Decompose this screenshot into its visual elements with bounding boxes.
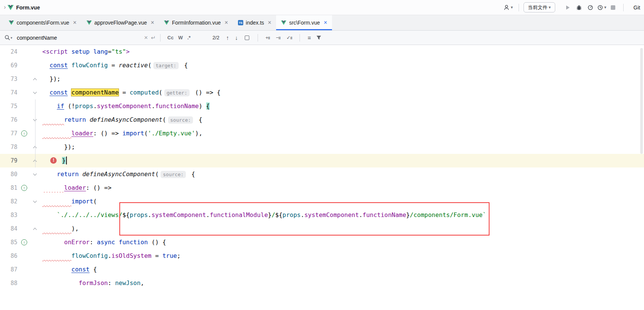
tab-label: components\Form.vue bbox=[17, 20, 69, 26]
separator bbox=[258, 34, 258, 42]
coverage-button[interactable] bbox=[585, 2, 596, 13]
newline-icon[interactable]: ↵ bbox=[151, 34, 156, 41]
code-line[interactable]: 81↑ loader: () => bbox=[0, 181, 644, 195]
code-line[interactable]: 79 ! } bbox=[0, 154, 644, 167]
vue-icon bbox=[9, 20, 14, 25]
fold-up-icon[interactable] bbox=[33, 78, 37, 82]
line-number[interactable]: 80 bbox=[0, 167, 17, 181]
code-line[interactable]: 82 import( bbox=[0, 195, 644, 208]
line-number[interactable]: 86 bbox=[0, 249, 17, 263]
line-number[interactable]: 87 bbox=[0, 263, 17, 276]
previous-match-button[interactable]: ↑ bbox=[223, 34, 232, 41]
fold-down-icon[interactable] bbox=[33, 90, 37, 94]
chevron-down-icon: ▾ bbox=[549, 5, 551, 10]
run-config-dropdown[interactable]: 当前文件 ▾ bbox=[524, 2, 556, 12]
stop-button[interactable] bbox=[607, 2, 619, 13]
search-icon[interactable]: ▾ bbox=[5, 35, 12, 40]
tab-label: approveFlowPage.vue bbox=[94, 20, 147, 26]
vue-icon bbox=[8, 5, 14, 10]
error-icon[interactable]: ! bbox=[50, 157, 57, 164]
editor-scrollbar[interactable] bbox=[640, 48, 643, 154]
filter-icon[interactable] bbox=[316, 35, 321, 40]
fold-down-icon[interactable] bbox=[33, 172, 37, 176]
code-line[interactable]: 88 formJson: newJson, bbox=[0, 276, 644, 290]
code-line[interactable]: 74 const componentName = computed(getter… bbox=[0, 86, 644, 99]
run-button[interactable] bbox=[562, 2, 573, 13]
line-number[interactable]: 75 bbox=[0, 99, 17, 113]
gutter-up-arrow-icon[interactable]: ↑ bbox=[21, 239, 27, 245]
code-line[interactable]: 80 return defineAsyncComponent(source: { bbox=[0, 167, 644, 181]
editor-tab[interactable]: FormInformation.vue× bbox=[159, 15, 233, 30]
editor-tab[interactable]: src\Form.vue× bbox=[276, 15, 332, 30]
search-bar: ▾ componentName × ↵ Cc W .* 2/2 ↑ ↓ +ıı … bbox=[0, 31, 644, 45]
code-line[interactable]: 76 return defineAsyncComponent(source: { bbox=[0, 113, 644, 127]
editor-tab[interactable]: approveFlowPage.vue× bbox=[82, 15, 159, 30]
tab-close-icon[interactable]: × bbox=[151, 20, 154, 26]
line-number[interactable]: 82 bbox=[0, 195, 17, 208]
search-options-button[interactable]: ≡ bbox=[304, 34, 314, 41]
line-number[interactable]: 78 bbox=[0, 140, 17, 154]
code-line[interactable]: 73 }); bbox=[0, 72, 644, 86]
search-field[interactable]: ▾ componentName × ↵ bbox=[5, 34, 156, 42]
vue-icon bbox=[164, 20, 169, 25]
code-line[interactable]: 85↑ onError: async function () { bbox=[0, 236, 644, 249]
separator bbox=[519, 4, 519, 11]
tab-strip: components\Form.vue×approveFlowPage.vue×… bbox=[0, 15, 644, 31]
code-line[interactable]: 77↑ loader: () => import('./Empty.vue'), bbox=[0, 127, 644, 140]
remove-occurrence-button[interactable]: −ıı bbox=[273, 35, 283, 40]
code-line[interactable]: 24<script setup lang="ts"> bbox=[0, 45, 644, 59]
inlay-hint: getter: bbox=[164, 89, 190, 96]
debug-button[interactable] bbox=[573, 2, 585, 13]
line-number[interactable]: 81 bbox=[0, 181, 17, 195]
fold-down-icon[interactable] bbox=[33, 199, 37, 203]
fold-up-icon[interactable] bbox=[33, 228, 37, 232]
line-number[interactable]: 69 bbox=[0, 59, 17, 72]
line-number[interactable]: 74 bbox=[0, 86, 17, 99]
code-line[interactable]: 69 const flowConfig = reactive(target: { bbox=[0, 59, 644, 72]
code-line[interactable]: 84 ), bbox=[0, 222, 644, 236]
whole-words-toggle[interactable]: W bbox=[176, 34, 185, 42]
line-number[interactable]: 79 bbox=[0, 154, 17, 167]
separator bbox=[623, 4, 624, 11]
editor[interactable]: 24<script setup lang="ts">69 const flowC… bbox=[0, 45, 644, 310]
history-button[interactable]: ▾ bbox=[596, 2, 607, 13]
line-number[interactable]: 85 bbox=[0, 236, 17, 249]
line-number[interactable]: 24 bbox=[0, 45, 17, 59]
user-menu-button[interactable]: ▾ bbox=[503, 2, 514, 13]
code-line[interactable]: 87 const { bbox=[0, 263, 644, 276]
line-number[interactable]: 76 bbox=[0, 113, 17, 127]
line-number[interactable]: 73 bbox=[0, 72, 17, 86]
tab-close-icon[interactable]: × bbox=[268, 20, 271, 26]
line-number[interactable]: 77 bbox=[0, 127, 17, 140]
inlay-hint: target: bbox=[153, 62, 179, 69]
open-results-in-window-button[interactable] bbox=[245, 36, 249, 40]
gutter-up-arrow-icon[interactable]: ↑ bbox=[21, 185, 27, 191]
line-number[interactable]: 88 bbox=[0, 276, 17, 290]
code-line[interactable]: 78 }); bbox=[0, 140, 644, 154]
code-lines: 24<script setup lang="ts">69 const flowC… bbox=[0, 45, 644, 290]
editor-tab[interactable]: TSindex.ts× bbox=[233, 15, 276, 30]
next-match-button[interactable]: ↓ bbox=[232, 34, 241, 41]
clear-search-icon[interactable]: × bbox=[144, 34, 148, 42]
line-number[interactable]: 84 bbox=[0, 222, 17, 236]
tab-close-icon[interactable]: × bbox=[324, 20, 327, 26]
line-number[interactable]: 83 bbox=[0, 208, 17, 222]
match-counter: 2/2 bbox=[213, 35, 219, 40]
tab-label: FormInformation.vue bbox=[172, 20, 221, 26]
inlay-hint: source: bbox=[168, 116, 193, 124]
code-line[interactable]: 75 if (!props.systemComponent.functionNa… bbox=[0, 99, 644, 113]
tab-close-icon[interactable]: × bbox=[224, 20, 228, 26]
select-all-occurrences-button[interactable]: ✓ıı bbox=[283, 35, 295, 40]
match-case-toggle[interactable]: Cc bbox=[165, 34, 176, 42]
tab-close-icon[interactable]: × bbox=[73, 20, 76, 26]
git-menu[interactable]: Git bbox=[633, 5, 640, 11]
gutter-up-arrow-icon[interactable]: ↑ bbox=[21, 130, 27, 136]
code-line[interactable]: 83 `./../../../views/${props.systemCompo… bbox=[0, 208, 644, 222]
editor-tab[interactable]: components\Form.vue× bbox=[4, 15, 82, 30]
code-line[interactable]: 86 flowConfig.isOldSystem = true; bbox=[0, 249, 644, 263]
add-occurrence-button[interactable]: +ıı bbox=[263, 35, 273, 40]
search-input[interactable]: componentName bbox=[17, 35, 141, 41]
scope-guide-line bbox=[35, 99, 36, 167]
breadcrumb-chevron-icon[interactable]: › bbox=[4, 3, 6, 11]
regex-toggle[interactable]: .* bbox=[185, 34, 193, 42]
